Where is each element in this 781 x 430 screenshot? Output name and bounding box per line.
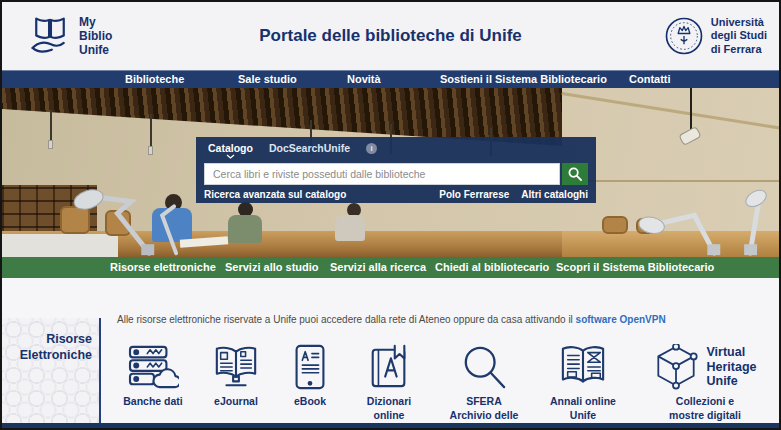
resource-label: eBook [294,395,326,409]
servers-cloud-icon [127,344,179,390]
resource-banche-dati[interactable]: Banche dati [110,344,196,409]
wooden-chair [602,216,628,234]
info-icon[interactable]: i [366,143,377,154]
logo-line: My [79,15,112,29]
top-nav-item-biblioteche[interactable]: Biblioteche [125,70,184,88]
university-line: Università [711,16,767,29]
virtual-heritage-lockup: Virtual Heritage Unife [653,344,756,390]
green-nav-servizi-studio[interactable]: Servizi allo studio [225,257,319,278]
lamp-rod [150,114,152,146]
header: My Biblio Unife Portale delle bibliotech… [2,2,779,70]
spotlight-lamp [678,126,701,146]
tab-catalogo[interactable]: Catalogo [208,142,253,159]
resource-label: Dizionari online [367,395,411,422]
resources-section: Risorse Elettroniche Alle risorse elettr… [2,278,779,423]
page: My Biblio Unife Portale delle bibliotech… [0,0,781,430]
resources-sidebar: Risorse Elettroniche [2,318,99,423]
wooden-chair [105,210,131,236]
search-input[interactable] [204,163,560,185]
green-nav-chiedi-bibliotecario[interactable]: Chiedi al bibliotecario [435,257,549,278]
top-nav-item-sale-studio[interactable]: Sale studio [238,70,297,88]
search-tabs: Catalogo DocSearchUnife i [208,142,377,159]
resource-label: Banche dati [123,395,183,409]
lamp-rod-tip [148,146,153,155]
magnifier-icon [568,167,582,181]
search-row [204,163,588,185]
dictionary-book-icon [367,344,411,390]
mybiblio-logo-text: My Biblio Unife [79,15,112,57]
polo-ferrarese-link[interactable]: Polo Ferrarese [439,189,509,200]
lamp-rod [50,110,52,140]
chevron-down-icon [226,154,235,159]
mybiblio-logo[interactable]: My Biblio Unife [28,14,112,58]
glass-partition [2,234,118,257]
university-line: di Ferrara [711,43,767,56]
roof-wall-junction [562,92,779,131]
person-green-shirt [228,215,262,243]
resource-label: eJournal [214,395,258,409]
search-button[interactable] [562,163,588,185]
green-nav-servizi-ricerca[interactable]: Servizi alla ricerca [330,257,426,278]
page-title: Portale delle biblioteche di Unife [259,26,522,46]
resource-dizionari-online[interactable]: Dizionari online [347,344,431,422]
wooden-chair [60,206,90,234]
resource-collezioni-digitali[interactable]: Virtual Heritage Unife Collezioni e most… [632,344,778,422]
tab-docsearch-label: DocSearchUnife [269,142,350,154]
search-links: Ricerca avanzata sul catalogo Polo Ferra… [204,189,588,200]
vpn-notice: Alle risorse elettroniche riservate a Un… [117,314,767,325]
resource-label: Annali online Unife [550,395,616,422]
green-nav-scopri-sistema[interactable]: Scopri il Sistema Bibliotecario [556,257,714,278]
tab-docsearchunife[interactable]: DocSearchUnife [269,142,350,154]
hero-image: Catalogo DocSearchUnife i [2,88,779,257]
advanced-search-link[interactable]: Ricerca avanzata sul catalogo [204,189,346,200]
resource-ebook[interactable]: eBook [276,344,344,409]
resource-label: Collezioni e mostre digitali [669,395,741,422]
sidebar-label-line: Risorse [20,331,92,347]
logo-line: Biblio [79,29,112,43]
top-nav-item-sostieni[interactable]: Sostieni il Sistema Bibliotecario [440,70,607,88]
ejournal-book-monitor-icon [210,344,262,390]
vertical-divider [99,318,101,423]
resources-sidebar-label: Risorse Elettroniche [20,331,92,364]
university-line: degli Studi [711,29,767,42]
lamp-rod-tip [48,140,53,149]
secondary-nav: Risorse elettroniche Servizi allo studio… [2,257,779,278]
book-on-hand-icon [28,14,72,58]
wooden-desk-right [562,231,779,257]
annals-open-book-icon [557,344,609,390]
logo-line: Unife [79,43,112,57]
top-nav-item-contatti[interactable]: Contatti [629,70,671,88]
top-nav-item-novita[interactable]: Novità [347,70,381,88]
green-nav-risorse-elettroniche[interactable]: Risorse elettroniche [110,257,216,278]
resource-ejournal[interactable]: eJournal [199,344,273,409]
vpn-notice-text: Alle risorse elettroniche riservate a Un… [117,314,576,325]
university-seal-icon [664,16,704,56]
person-blue-shirt [152,208,192,242]
tab-catalogo-label: Catalogo [208,142,253,154]
magnifier-icon [460,344,508,390]
wooden-chair [636,218,660,234]
top-nav: Biblioteche Sale studio Novità Sostieni … [2,70,779,88]
resource-label: SFERA Archivio delle pubblicazioni [450,395,519,423]
wireframe-cube-icon [653,344,699,390]
sidebar-label-line: Elettroniche [20,347,92,363]
resource-sfera[interactable]: SFERA Archivio delle pubblicazioni [434,344,534,423]
university-name: Università degli Studi di Ferrara [711,16,767,56]
person-light-shirt [335,215,365,241]
virtual-heritage-text: Virtual Heritage Unife [706,345,756,388]
university-logo[interactable]: Università degli Studi di Ferrara [664,16,767,56]
resource-annali-online[interactable]: Annali online Unife [537,344,629,422]
openvpn-link[interactable]: software OpenVPN [576,314,666,325]
resources-row: Banche dati eJournal [110,344,778,423]
catalog-search-panel: Catalogo DocSearchUnife i [196,137,596,203]
footer-bar [2,423,779,428]
altri-cataloghi-link[interactable]: Altri cataloghi [521,189,588,200]
ebook-reader-icon [292,344,328,390]
